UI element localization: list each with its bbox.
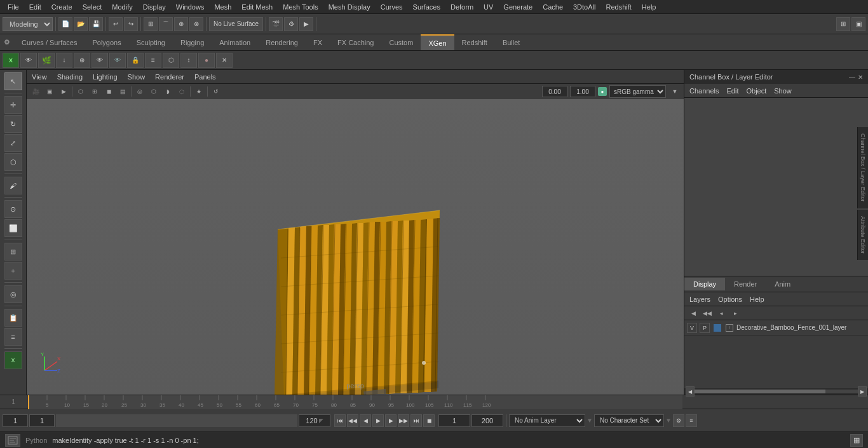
scale-tool-button[interactable]: ⤢ (4, 134, 22, 152)
menu-item-generate[interactable]: Generate (498, 2, 538, 12)
layers-options-tab[interactable]: Options (718, 295, 742, 303)
tab-rigging[interactable]: Rigging (173, 34, 212, 50)
dra-tab-anim[interactable]: Anim (766, 278, 799, 290)
open-scene-button[interactable]: 📂 (74, 17, 88, 31)
snap-curve-button[interactable]: ⌒ (159, 17, 173, 31)
layers-scroll-right[interactable]: ▶ (858, 386, 867, 397)
go-start-button[interactable]: ⏮ (334, 414, 346, 427)
range-bar[interactable] (56, 414, 297, 427)
vp-select-button[interactable]: ⬡ (74, 86, 87, 97)
tab-xgen[interactable]: XGen (421, 34, 454, 50)
gamma-value-1[interactable]: 0.00 (542, 86, 567, 97)
go-end-button[interactable]: ⏭ (410, 414, 422, 427)
xgen-display-button[interactable]: 👁 (20, 53, 37, 68)
vp-refresh-button[interactable]: ↺ (210, 86, 222, 97)
menu-item-mesh-display[interactable]: Mesh Display (323, 2, 376, 12)
attribute-button[interactable]: ≡ (4, 328, 22, 346)
channel-box-minimize-button[interactable]: — (849, 74, 855, 81)
tab-fx-caching[interactable]: FX Caching (330, 34, 381, 50)
tab-redshift[interactable]: Redshift (454, 34, 495, 50)
menu-item-windows[interactable]: Windows (171, 2, 210, 12)
menu-item-mesh[interactable]: Mesh (209, 2, 236, 12)
tab-animation[interactable]: Animation (212, 34, 258, 50)
layers-scroll-left[interactable]: ◀ (686, 386, 695, 397)
next-frame-button[interactable]: ▶ (385, 414, 397, 427)
gamma-select[interactable]: sRGB gamma (609, 85, 666, 98)
vp-anim-button[interactable]: ▶ (57, 86, 70, 97)
vp-camera-button[interactable]: 🎥 (29, 86, 42, 97)
tab-polygons[interactable]: Polygons (85, 34, 128, 50)
playback-end-field[interactable]: 200 (471, 414, 503, 427)
layers-add-button[interactable]: ◀ (687, 308, 700, 319)
xgen-dot-button[interactable]: ● (198, 53, 215, 68)
xgen-obj-button[interactable]: ⬡ (163, 53, 179, 68)
vp-hq-button[interactable]: ★ (193, 86, 205, 97)
start-frame-field[interactable]: 1 (29, 414, 55, 427)
viewport-preset-button[interactable]: ⊞ (836, 17, 850, 31)
panel-button[interactable]: ▣ (851, 17, 865, 31)
xgen-x-button[interactable]: ✕ (216, 53, 233, 68)
layers-scrollbar[interactable]: ◀ ▶ (684, 388, 868, 395)
anim-layer-select[interactable]: No Anim Layer (509, 414, 585, 427)
xgen-logo-button[interactable]: X (4, 351, 22, 369)
isolate-button[interactable]: ◎ (4, 285, 22, 303)
timeline-ruler[interactable]: 5 10 15 20 25 30 35 40 45 50 5 (28, 395, 682, 409)
tab-custom[interactable]: Custom (382, 34, 421, 50)
object-tab[interactable]: Object (746, 87, 766, 95)
char-set-settings-button[interactable]: ⚙ (673, 414, 684, 427)
rotate-tool-button[interactable]: ↻ (4, 115, 22, 133)
vp-isolate-button[interactable]: ◎ (133, 86, 146, 97)
viewport-menu-panels[interactable]: Panels (194, 73, 216, 81)
menu-item-mesh-tools[interactable]: Mesh Tools (278, 2, 323, 12)
snap-point-button[interactable]: ⊕ (174, 17, 188, 31)
tab-gear-icon[interactable]: ⚙ (0, 36, 14, 49)
char-set-arrow[interactable]: ▼ (665, 417, 672, 424)
menu-item-curves[interactable]: Curves (376, 2, 408, 12)
attribute-editor-side-label[interactable]: Attribute Editor (857, 210, 868, 261)
viewport-menu-renderer[interactable]: Renderer (155, 73, 184, 81)
menu-item-cache[interactable]: Cache (538, 2, 568, 12)
vp-texture-button[interactable]: ▤ (116, 86, 129, 97)
tab-curves-surfaces[interactable]: Curves / Surfaces (14, 34, 85, 50)
layers-prev-button[interactable]: ◂ (715, 308, 728, 319)
gamma-value-2[interactable]: 1.00 (570, 86, 595, 97)
menu-item-redshift[interactable]: Redshift (600, 2, 636, 12)
menu-item-3dto[interactable]: 3DtoAll (568, 2, 600, 12)
vp-xray-button[interactable]: ⬡ (147, 86, 160, 97)
tab-bullet[interactable]: Bullet (495, 34, 528, 50)
channel-box-close-button[interactable]: ✕ (858, 74, 863, 81)
tab-sculpting[interactable]: Sculpting (129, 34, 173, 50)
menu-item-create[interactable]: Create (46, 2, 78, 12)
tab-rendering[interactable]: Rendering (258, 34, 306, 50)
xgen-down-button[interactable]: ↓ (56, 53, 72, 68)
layers-scroll-thumb[interactable] (695, 390, 825, 393)
menu-item-file[interactable]: File (3, 2, 24, 12)
current-frame-field[interactable]: 1 (3, 414, 28, 427)
script-run-button[interactable]: ▦ (850, 434, 863, 447)
menu-item-help[interactable]: Help (637, 2, 661, 12)
prev-frame-button[interactable]: ◀ (360, 414, 371, 427)
menu-item-uv[interactable]: UV (478, 2, 498, 12)
snap-pt-lt-button[interactable]: + (4, 262, 22, 280)
soft-select-button[interactable]: ⊙ (4, 200, 22, 218)
viewport-menu-shading[interactable]: Shading (57, 73, 83, 81)
layer-visibility-button[interactable]: V (687, 323, 697, 333)
prev-key-button[interactable]: ◀◀ (347, 414, 358, 427)
menu-item-edit-mesh[interactable]: Edit Mesh (236, 2, 278, 12)
snap-grid-lt-button[interactable]: ⊞ (4, 243, 22, 261)
snap-surface-button[interactable]: ⊗ (189, 17, 203, 31)
gamma-swatch[interactable]: ● (598, 87, 607, 96)
viewport-menu-lighting[interactable]: Lighting (93, 73, 118, 81)
viewport-menu-show[interactable]: Show (128, 73, 146, 81)
xgen-eye-button[interactable]: 👁 (92, 53, 108, 68)
move-tool-button[interactable]: ✛ (4, 96, 22, 114)
menu-item-surfaces[interactable]: Surfaces (408, 2, 445, 12)
xgen-eye2-button[interactable]: 👁 (109, 53, 126, 68)
layers-tab[interactable]: Layers (689, 295, 710, 303)
layer-playback-button[interactable]: P (700, 323, 710, 333)
xgen-layers-button[interactable]: ≡ (145, 53, 161, 68)
xgen-leaf-button[interactable]: 🌿 (38, 53, 55, 68)
channel-box-side-label[interactable]: Channel Box / Layer Editor (857, 127, 868, 208)
char-set-extra-button[interactable]: ≡ (686, 414, 697, 427)
layers-add2-button[interactable]: ◀◀ (701, 308, 714, 319)
